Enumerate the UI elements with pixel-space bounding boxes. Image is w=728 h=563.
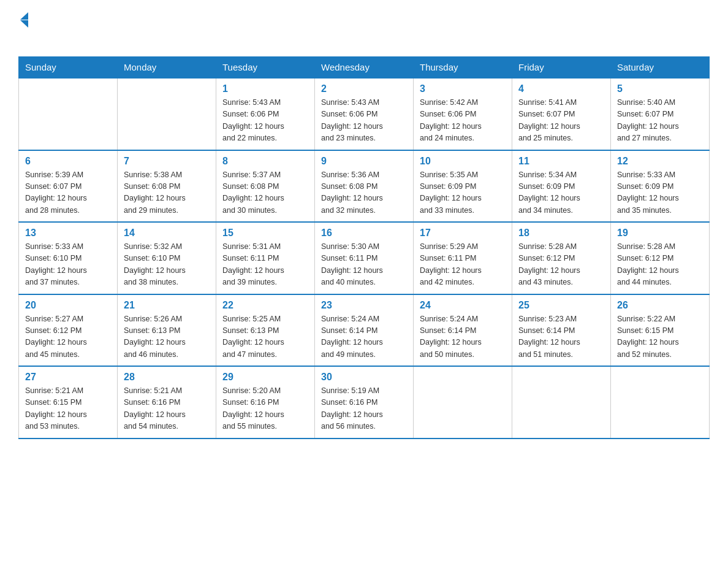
weekday-header-tuesday: Tuesday [216, 57, 315, 79]
calendar-week-row: 27Sunrise: 5:21 AM Sunset: 6:15 PM Dayli… [19, 366, 710, 439]
day-info: Sunrise: 5:19 AM Sunset: 6:16 PM Dayligh… [321, 385, 407, 433]
calendar-cell: 10Sunrise: 5:35 AM Sunset: 6:09 PM Dayli… [414, 150, 512, 223]
day-number: 30 [321, 372, 407, 383]
day-info: Sunrise: 5:25 AM Sunset: 6:13 PM Dayligh… [222, 313, 308, 361]
day-info: Sunrise: 5:26 AM Sunset: 6:13 PM Dayligh… [124, 313, 210, 361]
day-info: Sunrise: 5:42 AM Sunset: 6:06 PM Dayligh… [420, 97, 506, 145]
calendar-cell: 7Sunrise: 5:38 AM Sunset: 6:08 PM Daylig… [118, 150, 216, 223]
calendar-cell: 18Sunrise: 5:28 AM Sunset: 6:12 PM Dayli… [512, 222, 611, 294]
calendar-cell: 14Sunrise: 5:32 AM Sunset: 6:10 PM Dayli… [118, 222, 216, 294]
day-number: 21 [124, 300, 210, 311]
day-number: 26 [617, 300, 703, 311]
day-info: Sunrise: 5:32 AM Sunset: 6:10 PM Dayligh… [124, 241, 210, 289]
day-info: Sunrise: 5:35 AM Sunset: 6:09 PM Dayligh… [420, 169, 506, 217]
day-number: 23 [321, 300, 407, 311]
weekday-header-sunday: Sunday [19, 57, 118, 79]
day-info: Sunrise: 5:27 AM Sunset: 6:12 PM Dayligh… [25, 313, 111, 361]
calendar-cell: 3Sunrise: 5:42 AM Sunset: 6:06 PM Daylig… [414, 78, 512, 150]
day-info: Sunrise: 5:33 AM Sunset: 6:09 PM Dayligh… [617, 169, 703, 217]
calendar-cell: 19Sunrise: 5:28 AM Sunset: 6:12 PM Dayli… [611, 222, 710, 294]
day-number: 5 [617, 83, 703, 94]
calendar-cell: 20Sunrise: 5:27 AM Sunset: 6:12 PM Dayli… [19, 294, 118, 367]
day-number: 10 [420, 156, 506, 167]
calendar-week-row: 1Sunrise: 5:43 AM Sunset: 6:06 PM Daylig… [19, 78, 710, 150]
calendar-cell: 17Sunrise: 5:29 AM Sunset: 6:11 PM Dayli… [414, 222, 512, 294]
logo [18, 12, 28, 47]
day-number: 16 [321, 228, 407, 239]
calendar-cell [414, 366, 512, 439]
calendar-cell: 13Sunrise: 5:33 AM Sunset: 6:10 PM Dayli… [19, 222, 118, 294]
calendar-cell: 11Sunrise: 5:34 AM Sunset: 6:09 PM Dayli… [512, 150, 611, 223]
calendar-cell: 26Sunrise: 5:22 AM Sunset: 6:15 PM Dayli… [611, 294, 710, 367]
day-info: Sunrise: 5:29 AM Sunset: 6:11 PM Dayligh… [420, 241, 506, 289]
calendar-cell: 27Sunrise: 5:21 AM Sunset: 6:15 PM Dayli… [19, 366, 118, 439]
calendar-cell: 23Sunrise: 5:24 AM Sunset: 6:14 PM Dayli… [315, 294, 414, 367]
page-header [18, 12, 710, 47]
day-info: Sunrise: 5:38 AM Sunset: 6:08 PM Dayligh… [124, 169, 210, 217]
calendar-week-row: 6Sunrise: 5:39 AM Sunset: 6:07 PM Daylig… [19, 150, 710, 223]
calendar-table: SundayMondayTuesdayWednesdayThursdayFrid… [18, 56, 710, 439]
calendar-cell: 1Sunrise: 5:43 AM Sunset: 6:06 PM Daylig… [216, 78, 315, 150]
calendar-week-row: 20Sunrise: 5:27 AM Sunset: 6:12 PM Dayli… [19, 294, 710, 367]
calendar-cell: 30Sunrise: 5:19 AM Sunset: 6:16 PM Dayli… [315, 366, 414, 439]
day-info: Sunrise: 5:28 AM Sunset: 6:12 PM Dayligh… [617, 241, 703, 289]
day-number: 22 [222, 300, 308, 311]
calendar-cell: 29Sunrise: 5:20 AM Sunset: 6:16 PM Dayli… [216, 366, 315, 439]
day-number: 12 [617, 156, 703, 167]
calendar-cell: 8Sunrise: 5:37 AM Sunset: 6:08 PM Daylig… [216, 150, 315, 223]
day-info: Sunrise: 5:31 AM Sunset: 6:11 PM Dayligh… [222, 241, 308, 289]
day-info: Sunrise: 5:39 AM Sunset: 6:07 PM Dayligh… [25, 169, 111, 217]
calendar-cell: 16Sunrise: 5:30 AM Sunset: 6:11 PM Dayli… [315, 222, 414, 294]
day-number: 3 [420, 83, 506, 94]
calendar-cell: 12Sunrise: 5:33 AM Sunset: 6:09 PM Dayli… [611, 150, 710, 223]
day-info: Sunrise: 5:36 AM Sunset: 6:08 PM Dayligh… [321, 169, 407, 217]
day-number: 13 [25, 228, 111, 239]
day-info: Sunrise: 5:23 AM Sunset: 6:14 PM Dayligh… [518, 313, 604, 361]
weekday-header-row: SundayMondayTuesdayWednesdayThursdayFrid… [19, 57, 710, 79]
calendar-cell: 28Sunrise: 5:21 AM Sunset: 6:16 PM Dayli… [118, 366, 216, 439]
calendar-cell [118, 78, 216, 150]
day-info: Sunrise: 5:24 AM Sunset: 6:14 PM Dayligh… [321, 313, 407, 361]
weekday-header-wednesday: Wednesday [315, 57, 414, 79]
day-number: 4 [518, 83, 604, 94]
day-number: 8 [222, 156, 308, 167]
calendar-cell: 25Sunrise: 5:23 AM Sunset: 6:14 PM Dayli… [512, 294, 611, 367]
calendar-cell: 22Sunrise: 5:25 AM Sunset: 6:13 PM Dayli… [216, 294, 315, 367]
day-info: Sunrise: 5:37 AM Sunset: 6:08 PM Dayligh… [222, 169, 308, 217]
calendar-cell: 24Sunrise: 5:24 AM Sunset: 6:14 PM Dayli… [414, 294, 512, 367]
day-number: 2 [321, 83, 407, 94]
day-number: 17 [420, 228, 506, 239]
weekday-header-saturday: Saturday [611, 57, 710, 79]
day-number: 1 [222, 83, 308, 94]
weekday-header-thursday: Thursday [414, 57, 512, 79]
day-number: 27 [25, 372, 111, 383]
calendar-cell: 5Sunrise: 5:40 AM Sunset: 6:07 PM Daylig… [611, 78, 710, 150]
day-number: 29 [222, 372, 308, 383]
day-number: 18 [518, 228, 604, 239]
day-info: Sunrise: 5:34 AM Sunset: 6:09 PM Dayligh… [518, 169, 604, 217]
calendar-cell: 9Sunrise: 5:36 AM Sunset: 6:08 PM Daylig… [315, 150, 414, 223]
calendar-cell: 2Sunrise: 5:43 AM Sunset: 6:06 PM Daylig… [315, 78, 414, 150]
day-info: Sunrise: 5:43 AM Sunset: 6:06 PM Dayligh… [321, 97, 407, 145]
day-number: 9 [321, 156, 407, 167]
day-info: Sunrise: 5:40 AM Sunset: 6:07 PM Dayligh… [617, 97, 703, 145]
day-info: Sunrise: 5:24 AM Sunset: 6:14 PM Dayligh… [420, 313, 506, 361]
calendar-cell: 21Sunrise: 5:26 AM Sunset: 6:13 PM Dayli… [118, 294, 216, 367]
calendar-cell [611, 366, 710, 439]
day-number: 6 [25, 156, 111, 167]
day-number: 24 [420, 300, 506, 311]
day-number: 7 [124, 156, 210, 167]
day-number: 14 [124, 228, 210, 239]
weekday-header-monday: Monday [118, 57, 216, 79]
day-info: Sunrise: 5:43 AM Sunset: 6:06 PM Dayligh… [222, 97, 308, 145]
calendar-week-row: 13Sunrise: 5:33 AM Sunset: 6:10 PM Dayli… [19, 222, 710, 294]
calendar-cell: 6Sunrise: 5:39 AM Sunset: 6:07 PM Daylig… [19, 150, 118, 223]
day-number: 11 [518, 156, 604, 167]
calendar-cell: 4Sunrise: 5:41 AM Sunset: 6:07 PM Daylig… [512, 78, 611, 150]
weekday-header-friday: Friday [512, 57, 611, 79]
day-number: 20 [25, 300, 111, 311]
day-number: 25 [518, 300, 604, 311]
calendar-cell [512, 366, 611, 439]
day-info: Sunrise: 5:21 AM Sunset: 6:16 PM Dayligh… [124, 385, 210, 433]
day-info: Sunrise: 5:28 AM Sunset: 6:12 PM Dayligh… [518, 241, 604, 289]
